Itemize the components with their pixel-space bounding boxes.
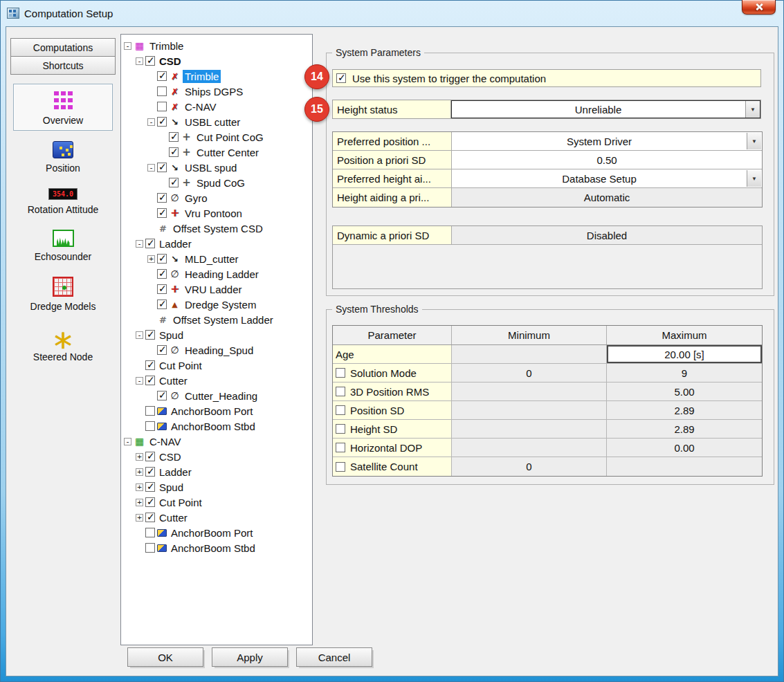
tree-item-cutter-center[interactable]: +Cutter Center [121, 145, 312, 160]
tree-checkbox[interactable] [157, 284, 167, 294]
tree-checkbox[interactable] [157, 208, 167, 218]
trigger-computation-row[interactable]: Use this system to trigger the computati… [332, 69, 761, 87]
threshold-checkbox[interactable] [336, 405, 345, 415]
tree-item-anchorboom-stbd[interactable]: AnchorBoom Stbd [121, 540, 312, 555]
tree-checkbox[interactable] [157, 299, 167, 309]
sidebar-item-position[interactable]: Position [13, 136, 113, 178]
cancel-button[interactable]: Cancel [296, 647, 372, 667]
tree-checkbox[interactable] [145, 497, 155, 507]
tree-item-ladder[interactable]: -Ladder [121, 236, 312, 251]
param-dropdown-preferred-position[interactable]: System Driver▼ [452, 132, 762, 150]
tree-item-dredge-system[interactable]: ▲Dredge System [121, 297, 312, 312]
expander-collapse-icon[interactable]: - [124, 42, 131, 50]
tree-item-usbl-cutter[interactable]: -↘USBL cutter [121, 114, 312, 129]
tree-item-usbl-spud[interactable]: -↘USBL spud [121, 160, 312, 175]
threshold-checkbox[interactable] [336, 387, 345, 396]
tree-checkbox[interactable] [145, 360, 155, 370]
tree-item-trimble[interactable]: ✗Trimble [121, 68, 312, 84]
tree-item-offset-system-csd[interactable]: #Offset System CSD [121, 221, 312, 236]
param-edit-position-a-priori-sd[interactable]: 0.50 [452, 151, 762, 169]
tree-item-vru-pontoon[interactable]: +Vru Pontoon [121, 205, 312, 221]
tree-checkbox[interactable] [145, 467, 155, 477]
tree-checkbox[interactable] [157, 117, 167, 127]
sidebar-item-steered-node[interactable]: Steered Node [13, 321, 113, 367]
tree-checkbox[interactable] [145, 421, 155, 431]
tree-item-anchorboom-stbd[interactable]: AnchorBoom Stbd [121, 418, 312, 434]
sidebar-item-overview[interactable]: Overview [13, 84, 113, 131]
tree-item-anchorboom-port[interactable]: AnchorBoom Port [121, 525, 312, 540]
apply-button[interactable]: Apply [212, 647, 288, 667]
tree-item-cutter[interactable]: -Cutter [121, 373, 312, 388]
tree-item-gyro[interactable]: ∅Gyro [121, 190, 312, 205]
close-button[interactable] [742, 0, 776, 15]
tree-checkbox[interactable] [157, 269, 167, 279]
tree-item-spud-cog[interactable]: +Spud CoG [121, 175, 312, 190]
sidebar-item-echosounder[interactable]: Echosounder [13, 224, 113, 266]
sidebar-tab-computations[interactable]: Computations [10, 38, 116, 57]
tree-checkbox[interactable] [145, 528, 155, 537]
tree-checkbox[interactable] [157, 102, 167, 111]
tree-checkbox[interactable] [145, 543, 155, 553]
tree-item-heading-ladder[interactable]: ∅Heading Ladder [121, 266, 312, 282]
expander-collapse-icon[interactable]: - [147, 164, 155, 172]
height-status-dropdown[interactable]: Unreliable ▼ [451, 100, 761, 119]
tree-item-ladder[interactable]: +Ladder [121, 464, 312, 479]
tree-item-anchorboom-port[interactable]: AnchorBoom Port [121, 403, 312, 418]
tree-checkbox[interactable] [145, 56, 155, 66]
dropdown-arrow-icon[interactable]: ▼ [747, 170, 761, 187]
dropdown-arrow-icon[interactable]: ▼ [745, 101, 760, 118]
tree-item-cut-point-cog[interactable]: +Cut Point CoG [121, 129, 312, 145]
tree-item-c-nav[interactable]: ✗C-NAV [121, 99, 312, 114]
tree-checkbox[interactable] [157, 345, 167, 355]
trigger-checkbox[interactable] [336, 73, 346, 83]
tree-item-trimble[interactable]: -▦Trimble [121, 38, 312, 53]
tree-item-vru-ladder[interactable]: +VRU Ladder [121, 282, 312, 297]
expander-expand-icon[interactable]: + [147, 255, 155, 263]
tree-item-c-nav[interactable]: -▦C-NAV [121, 434, 312, 449]
expander-collapse-icon[interactable]: - [136, 331, 143, 339]
param-dropdown-preferred-height-ai[interactable]: Database Setup▼ [452, 169, 762, 187]
expander-expand-icon[interactable]: + [136, 483, 143, 491]
sidebar-item-dredge-models[interactable]: Dredge Models [13, 271, 113, 316]
tree-item-csd[interactable]: +CSD [121, 449, 312, 464]
tree-checkbox[interactable] [157, 193, 167, 203]
threshold-checkbox[interactable] [336, 424, 345, 434]
tree-item-cutter[interactable]: +Cutter [121, 510, 312, 525]
expander-collapse-icon[interactable]: - [136, 240, 143, 248]
sidebar-tab-shortcuts[interactable]: Shortcuts [10, 56, 116, 75]
dropdown-arrow-icon[interactable]: ▼ [747, 133, 761, 149]
expander-expand-icon[interactable]: + [136, 468, 143, 476]
expander-expand-icon[interactable]: + [136, 514, 143, 522]
tree-checkbox[interactable] [145, 452, 155, 461]
tree-checkbox[interactable] [157, 254, 167, 264]
tree-checkbox[interactable] [145, 330, 155, 340]
tree-item-cut-point[interactable]: +Cut Point [121, 495, 312, 510]
tree-item-cut-point[interactable]: Cut Point [121, 358, 312, 373]
threshold-checkbox[interactable] [336, 443, 345, 452]
tree-checkbox[interactable] [145, 239, 155, 248]
expander-expand-icon[interactable]: + [136, 499, 143, 506]
tree-checkbox[interactable] [145, 513, 155, 522]
expander-expand-icon[interactable]: + [136, 453, 143, 461]
tree-item-offset-system-ladder[interactable]: #Offset System Ladder [121, 312, 312, 327]
tree-checkbox[interactable] [145, 406, 155, 416]
tree-checkbox[interactable] [157, 86, 167, 96]
tree-item-csd[interactable]: -CSD [121, 53, 312, 68]
threshold-checkbox[interactable] [336, 462, 345, 472]
tree-item-spud[interactable]: +Spud [121, 479, 312, 495]
tree-item-mld-cutter[interactable]: +↘MLD_cutter [121, 251, 312, 266]
expander-collapse-icon[interactable]: - [136, 377, 143, 385]
tree-item-spud[interactable]: -Spud [121, 327, 312, 342]
tree-checkbox[interactable] [169, 178, 179, 187]
tree-checkbox[interactable] [157, 71, 167, 81]
tree-item-cutter-heading[interactable]: ∅Cutter_Heading [121, 388, 312, 403]
tree-checkbox[interactable] [157, 391, 167, 400]
sidebar-item-rotation-attitude[interactable]: 354.0Rotation Attitude [13, 183, 113, 219]
expander-collapse-icon[interactable]: - [124, 438, 131, 445]
expander-collapse-icon[interactable]: - [147, 118, 155, 126]
tree-item-heading-spud[interactable]: ∅Heading_Spud [121, 342, 312, 358]
tree-checkbox[interactable] [157, 163, 167, 172]
threshold-checkbox[interactable] [336, 368, 345, 378]
tree-checkbox[interactable] [169, 147, 179, 157]
tree-item-ships-dgps[interactable]: ✗Ships DGPS [121, 84, 312, 99]
